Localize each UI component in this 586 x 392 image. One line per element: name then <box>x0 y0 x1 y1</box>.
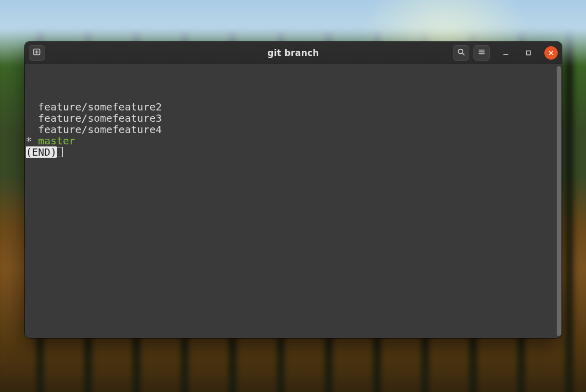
svg-rect-9 <box>526 51 530 55</box>
indent <box>26 101 38 113</box>
branch-line: feature/somefeature4 <box>26 124 555 135</box>
hamburger-menu-icon <box>478 48 486 58</box>
maximize-icon <box>525 50 532 56</box>
terminal-window: git branch <box>25 42 562 338</box>
branch-line: feature/somefeature3 <box>26 113 555 124</box>
new-tab-icon <box>32 47 42 59</box>
svg-line-4 <box>462 53 464 55</box>
indent <box>26 113 38 124</box>
new-tab-button[interactable] <box>29 45 45 61</box>
branch-name: feature/somefeature3 <box>38 112 162 124</box>
scrollbar[interactable] <box>557 66 561 336</box>
search-icon <box>457 48 465 58</box>
current-branch-marker: * <box>26 135 38 147</box>
terminal-viewport: feature/somefeature2 feature/somefeature… <box>25 64 562 338</box>
terminal-cursor <box>57 147 63 157</box>
pager-end-line: (END) <box>26 146 555 158</box>
blank-line <box>26 67 555 79</box>
branch-line: feature/somefeature2 <box>26 101 555 113</box>
maximize-button[interactable] <box>522 46 535 60</box>
terminal-output[interactable]: feature/somefeature2 feature/somefeature… <box>25 64 557 338</box>
minimize-icon <box>503 50 509 56</box>
blank-line <box>26 90 555 101</box>
indent <box>26 124 38 135</box>
search-button[interactable] <box>453 45 469 61</box>
branch-name: feature/somefeature2 <box>38 101 162 113</box>
blank-line <box>26 79 555 90</box>
branch-name: feature/somefeature4 <box>38 123 162 136</box>
menu-button[interactable] <box>473 45 490 61</box>
close-button[interactable] <box>544 46 558 60</box>
titlebar[interactable]: git branch <box>25 42 562 64</box>
branch-line-current: * master <box>26 135 555 146</box>
close-icon <box>548 50 554 56</box>
pager-end-badge: (END) <box>26 146 57 158</box>
minimize-button[interactable] <box>499 46 512 60</box>
branch-name: master <box>38 135 75 147</box>
